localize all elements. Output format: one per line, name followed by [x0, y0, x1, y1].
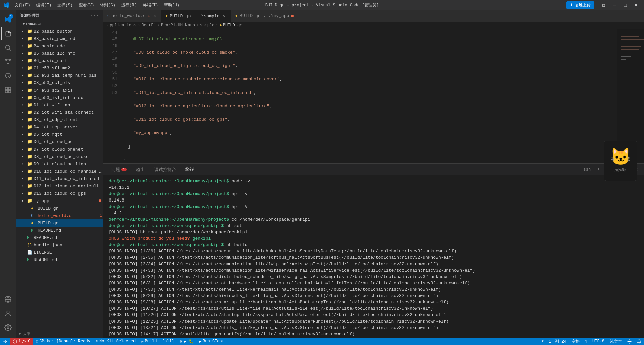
layout-button[interactable]: ⧉ [600, 2, 607, 9]
activity-icon-debug[interactable] [1, 69, 15, 82]
panel-tab-terminal[interactable]: 终端 [181, 165, 198, 174]
project-label: PROJECT [26, 22, 42, 26]
tree-item-c4[interactable]: › 📁 C4_e53_sc2_axis [16, 87, 103, 94]
svg-rect-7 [5, 90, 8, 93]
status-encoding[interactable]: UTF-8 [590, 338, 607, 345]
tree-item-readme-3[interactable]: M README.md [16, 256, 103, 264]
tree-item-d1[interactable]: › 📁 D1_iot_wifi_ap [16, 101, 103, 109]
tree-item-myapp[interactable]: ▼ 📁 my_app [16, 197, 103, 205]
status-notifications[interactable] [634, 338, 644, 345]
breadcrumb-sample[interactable]: sample [200, 23, 214, 28]
tree-item-readme-1[interactable]: M README.md [16, 227, 103, 234]
tree-item-c2[interactable]: › 📁 C2_e53_ia1_temp_humi_pls [16, 72, 103, 79]
tab-hello-world[interactable]: C hello_world.c 1 ✕ [103, 10, 162, 22]
tree-item-b4[interactable]: › 📁 B4_basic_adc [16, 42, 103, 50]
status-cmake[interactable]: ⚙ CMake: [Debug]: Ready [33, 338, 93, 345]
tab-build-gn-myapp[interactable]: ● BUILD.gn ...\my_app [231, 10, 298, 22]
tree-item-d2[interactable]: › 📁 D2_iot_wifi_sta_connect [16, 109, 103, 116]
overlay-character: 🐱 拖拽我! [604, 141, 637, 181]
menu-goto[interactable]: 转到(G) [97, 2, 118, 9]
maximize-button[interactable]: □ [621, 2, 630, 8]
panel-tab-debug-console[interactable]: 调试控制台 [150, 165, 180, 174]
outline-section[interactable]: ▼ 大纲 [16, 330, 103, 338]
status-no-kit[interactable]: ⊗ No Kit Selected [93, 338, 138, 345]
status-language[interactable] [625, 338, 634, 345]
menu-edit[interactable]: 编辑(E) [34, 2, 54, 9]
tree-item-d9[interactable]: › 📁 D9_iot_cloud_oc_light [16, 160, 103, 168]
sidebar-more-button[interactable]: ··· [90, 13, 99, 18]
breadcrumb-applications[interactable]: applications [107, 23, 136, 28]
activity-icon-explorer[interactable] [1, 27, 15, 40]
menu-run[interactable]: 运行(R) [119, 2, 140, 9]
tab-label: BUILD.gn ...\my_app [239, 13, 289, 18]
tree-item-d7[interactable]: › 📁 D7_iot_cloud_onenet [16, 146, 103, 153]
activity-icon-remote[interactable] [1, 293, 15, 306]
tree-item-d11[interactable]: › 📁 D11_iot_cloud_oc_infrared [16, 175, 103, 182]
tree-item-d10[interactable]: › 📁 D10_iot_cloud_oc_manhole_cover [16, 168, 103, 175]
panel-tab-problems[interactable]: 问题 1 [107, 165, 131, 174]
tree-item-b2[interactable]: › 📁 B2_basic_button [16, 27, 103, 35]
panel-tab-output[interactable]: 输出 [132, 165, 149, 174]
error-badge: 1 [100, 214, 102, 218]
tree-item-readme-2[interactable]: M README.md [16, 234, 103, 241]
menu-help[interactable]: 帮助(H) [161, 2, 182, 9]
status-remote[interactable] [0, 338, 10, 345]
tree-item-c5[interactable]: › 📁 C5_e53_is1_infrared [16, 94, 103, 101]
tree-item-c1[interactable]: › 📁 C1_e53_sf1_mq2 [16, 64, 103, 72]
breadcrumb-bearpi[interactable]: BearPi [142, 23, 156, 28]
status-build[interactable]: ⚒ Build [138, 338, 159, 345]
tree-item-bundle-json[interactable]: {} bundle.json [16, 241, 103, 249]
tree-item-b5[interactable]: › 📁 B5_basic_i2c_nfc [16, 50, 103, 57]
code-content[interactable]: # D7_iot_cloud_onenet:onenet_mq(C), "#D8… [120, 29, 617, 163]
status-build-target[interactable]: [all] [159, 338, 177, 345]
tree-item-d3[interactable]: › 📁 D3_iot_udp_client [16, 116, 103, 123]
status-errors[interactable]: 1 0 [10, 338, 33, 345]
close-button[interactable]: ✕ [631, 2, 641, 8]
activity-icon-settings[interactable] [1, 321, 15, 334]
breadcrumb-bearpi-hm-nano[interactable]: BearPi-HM_Nano [161, 23, 195, 28]
activity-icon-git[interactable] [1, 55, 15, 68]
tab-close-button[interactable]: ✕ [221, 13, 227, 19]
tree-item-hello-world-c[interactable]: C hello_world.c 1 [16, 212, 103, 219]
tree-item-license[interactable]: 📄 LICENSE [16, 249, 103, 256]
title-bar-menu[interactable]: 文件(F) 编辑(E) 选择(S) 查看(V) 转到(G) 运行(R) 终端(T… [12, 2, 182, 9]
tree-item-build-gn-2[interactable]: ● BUILD.gn [16, 219, 103, 227]
menu-terminal[interactable]: 终端(T) [140, 2, 161, 9]
terminal-content[interactable]: der@der-virtual-machine:~/OpenHarmony/pr… [103, 175, 644, 338]
code-editor: 44 45 46 47 48 49 50 51 52 53 # D7_iot_c… [103, 29, 644, 163]
panel-add-terminal[interactable]: + [595, 167, 602, 173]
menu-select[interactable]: 选择(S) [55, 2, 75, 9]
tab-close-button[interactable]: ✕ [152, 13, 157, 19]
tree-item-d12[interactable]: › 📁 D12_iot_cloud_oc_agriculture [16, 182, 103, 190]
status-line-col[interactable]: 行 1，列 24 [539, 338, 569, 345]
arrow-icon: › [21, 66, 27, 70]
project-root[interactable]: ▼ PROJECT [16, 21, 103, 27]
tree-item-d8[interactable]: › 📁 D8_iot_cloud_oc_smoke [16, 153, 103, 160]
tree-item-b6[interactable]: › 📁 B6_basic_uart [16, 57, 103, 64]
tree-item-c3[interactable]: › 📁 C3_e53_sc1_pls [16, 79, 103, 87]
status-run-ctest[interactable]: ▶ Run CTest [196, 338, 227, 345]
breadcrumb-build-gn[interactable]: ●BUILD.gn [220, 23, 243, 28]
tree-item-d6[interactable]: › 📁 D6_iot_cloud_oc [16, 138, 103, 146]
tree-item-b3[interactable]: › 📁 B3_basic_pwm_led [16, 35, 103, 42]
activity-icon-search[interactable] [1, 41, 15, 54]
folder-icon: 📁 [27, 58, 32, 63]
activity-icon-vscode[interactable]: 1 [1, 13, 15, 26]
cmake-build-icon[interactable]: ▶ [184, 339, 186, 344]
tree-item-d4[interactable]: › 📁 D4_iot_tcp_server [16, 123, 103, 131]
minimize-button[interactable]: ─ [610, 2, 619, 8]
tree-item-build-gn-1[interactable]: ● BUILD.gn [16, 205, 103, 212]
status-line-ending[interactable]: 纯文本 [607, 338, 625, 345]
activity-icon-account[interactable] [1, 307, 15, 320]
tree-item-d5[interactable]: › 📁 D5_iot_mqtt [16, 131, 103, 138]
svg-rect-13 [621, 39, 644, 40]
cmake-config-icon[interactable]: ⚙ [179, 339, 182, 344]
menu-view[interactable]: 查看(V) [76, 2, 97, 9]
activity-icon-extensions[interactable] [1, 83, 15, 97]
tab-build-gn-sample[interactable]: ● BUILD.gn ...\sample ✕ [162, 10, 231, 22]
upload-button[interactable]: ⬆ 临堆上传 [566, 1, 594, 9]
cmake-debug-icon[interactable]: 🐛 [189, 339, 194, 344]
menu-file[interactable]: 文件(F) [12, 2, 33, 9]
tree-item-d13[interactable]: › 📁 D13_iot_cloud_oc_gps [16, 190, 103, 197]
status-spaces[interactable]: 空格: 4 [569, 338, 590, 345]
